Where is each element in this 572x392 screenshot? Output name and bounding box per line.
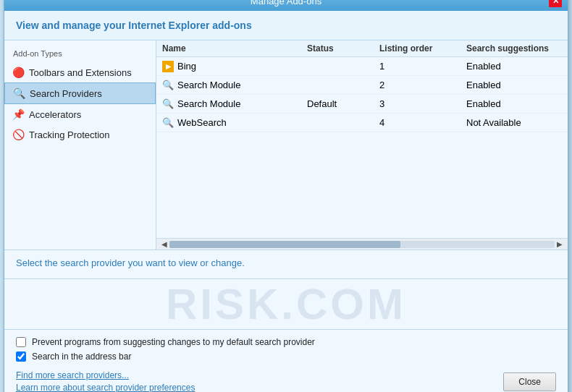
search1-suggestions: Enabled (466, 80, 562, 90)
bing-suggestions: Enabled (466, 61, 562, 72)
table-row[interactable]: 🔍 WebSearch 4 Not Available (156, 114, 568, 132)
manage-addons-window: Manage Add-ons ✕ View and manage your In… (4, 0, 568, 392)
row-name-search2: 🔍 Search Module (162, 98, 307, 109)
header-banner: View and manage your Internet Explorer a… (4, 11, 568, 41)
websearch-icon: 🔍 (162, 117, 174, 128)
header-banner-text: View and manage your Internet Explorer a… (16, 20, 252, 31)
websearch-name: WebSearch (177, 117, 227, 128)
table-row[interactable]: 🔍 Search Module 2 Enabled (156, 76, 568, 95)
learn-more-link[interactable]: Learn more about search provider prefere… (16, 383, 195, 392)
prevent-label: Prevent programs from suggesting changes… (32, 337, 315, 347)
watermark-text: RISK.COM (166, 279, 406, 329)
row-name-search1: 🔍 Search Module (162, 80, 307, 90)
footer-link-group: Find more search providers... Learn more… (16, 370, 195, 392)
row-name-bing: ▶ Bing (162, 61, 307, 72)
bottom-instruction-section: Select the search provider you want to v… (4, 250, 568, 279)
sidebar-item-accelerators[interactable]: 📌 Accelerators (4, 104, 156, 124)
row-name-websearch: 🔍 WebSearch (162, 117, 307, 128)
search-module-2-name: Search Module (177, 98, 240, 109)
sidebar-item-search[interactable]: 🔍 Search Providers (4, 82, 156, 104)
bing-icon: ▶ (162, 61, 174, 72)
search-module-1-icon: 🔍 (162, 80, 174, 90)
content-area: Add-on Types 🔴 Toolbars and Extensions 🔍… (4, 41, 568, 250)
col-status: Status (307, 43, 379, 54)
col-listing-order: Listing order (379, 43, 466, 54)
find-providers-link[interactable]: Find more search providers... (16, 370, 195, 380)
scrollbar-area[interactable]: ◀ ▶ (156, 238, 568, 250)
tracking-icon: 🚫 (12, 128, 25, 141)
instruction-text: Select the search provider you want to v… (16, 257, 245, 268)
table-body: ▶ Bing 1 Enabled 🔍 Search Module 2 Enabl… (156, 57, 568, 238)
table-header: Name Status Listing order Search suggest… (156, 41, 568, 57)
checkbox-address-row: Search in the address bar (16, 351, 556, 362)
main-panel: Name Status Listing order Search suggest… (156, 41, 568, 250)
websearch-order: 4 (379, 117, 466, 128)
close-button[interactable]: Close (503, 372, 556, 391)
websearch-suggestions: Not Available (466, 117, 562, 128)
scroll-right-arrow[interactable]: ▶ (555, 240, 565, 248)
address-checkbox[interactable] (16, 351, 26, 362)
sidebar: Add-on Types 🔴 Toolbars and Extensions 🔍… (4, 41, 156, 250)
sidebar-item-tracking-label: Tracking Protection (29, 129, 110, 140)
search2-order: 3 (379, 98, 466, 109)
footer-links: Find more search providers... Learn more… (16, 366, 556, 392)
col-name: Name (162, 43, 307, 54)
sidebar-item-toolbars[interactable]: 🔴 Toolbars and Extensions (4, 62, 156, 82)
prevent-checkbox[interactable] (16, 337, 26, 347)
scroll-left-arrow[interactable]: ◀ (159, 240, 169, 248)
search2-suggestions: Enabled (466, 98, 562, 109)
search-module-1-name: Search Module (177, 80, 240, 90)
window-title: Manage Add-ons (23, 0, 549, 7)
sidebar-item-accelerators-label: Accelerators (29, 109, 81, 120)
checkbox-prevent-row: Prevent programs from suggesting changes… (16, 337, 556, 347)
watermark-area: RISK.COM (4, 279, 568, 329)
table-row[interactable]: ▶ Bing 1 Enabled (156, 57, 568, 76)
footer-section: Prevent programs from suggesting changes… (4, 329, 568, 392)
col-search-suggestions: Search suggestions (466, 43, 562, 54)
window-close-button[interactable]: ✕ (549, 0, 562, 7)
toolbars-icon: 🔴 (12, 66, 25, 79)
sidebar-item-search-label: Search Providers (30, 88, 102, 99)
accelerators-icon: 📌 (12, 108, 25, 121)
title-bar: Manage Add-ons ✕ (4, 0, 568, 11)
sidebar-label: Add-on Types (4, 46, 156, 62)
search-module-2-icon: 🔍 (162, 98, 174, 109)
sidebar-item-tracking[interactable]: 🚫 Tracking Protection (4, 124, 156, 145)
sidebar-item-toolbars-label: Toolbars and Extensions (29, 67, 132, 78)
address-label: Search in the address bar (32, 351, 131, 362)
bing-name: Bing (177, 61, 196, 72)
scrollbar-track[interactable] (169, 241, 555, 248)
search2-status: Default (307, 98, 379, 109)
scrollbar-thumb[interactable] (169, 241, 400, 248)
search-providers-icon: 🔍 (12, 87, 25, 100)
search1-order: 2 (379, 80, 466, 90)
table-row[interactable]: 🔍 Search Module Default 3 Enabled (156, 95, 568, 114)
bing-order: 1 (379, 61, 466, 72)
